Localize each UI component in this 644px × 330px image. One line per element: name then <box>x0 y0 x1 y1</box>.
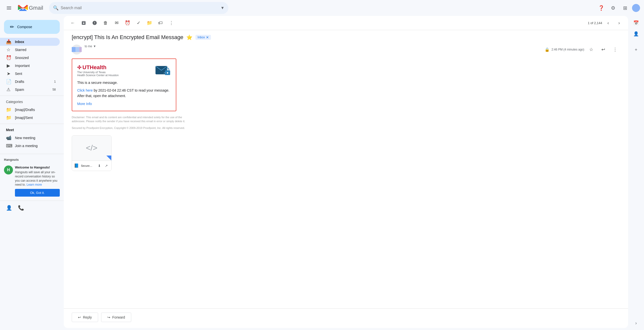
attachment-corner <box>106 156 111 161</box>
after-that-text: After that, open the attachment. <box>77 94 126 98</box>
top-bar-right: ❓ ⚙ ⊞ <box>596 3 640 13</box>
starred-icon: ☆ <box>6 47 11 52</box>
snoozed-icon: ⏰ <box>6 55 11 60</box>
attachment-name: SecureMessageAtt... <box>81 164 94 167</box>
to-me-row[interactable]: to me ▼ <box>85 44 542 48</box>
snooze-button[interactable]: ⏰ <box>122 18 132 28</box>
contacts-panel-button[interactable]: 👤 <box>631 29 641 39</box>
hangouts-avatar: H <box>4 165 13 174</box>
archive-button[interactable] <box>79 18 89 28</box>
open-in-drive-button[interactable]: ↗ <box>103 163 109 169</box>
attachment-footer: 📘 SecureMessageAtt... ⬇ ↗ <box>72 161 111 171</box>
top-bar: Gmail 🔍 ▼ ❓ ⚙ ⊞ <box>0 0 644 16</box>
bottom-icons: 👤 📞 <box>0 201 64 215</box>
more-actions-button[interactable]: ⋮ <box>166 18 176 28</box>
categories-label: Categories <box>6 100 23 104</box>
expand-panel-button[interactable]: › <box>631 318 641 328</box>
done-button[interactable]: ✓ <box>134 18 144 28</box>
move-button[interactable]: 📁 <box>144 18 154 28</box>
by-date-value: by 2021-02-04 22:46 CST to read your mes… <box>94 88 169 92</box>
sidebar-item-sent[interactable]: ➤ Sent <box>0 70 60 78</box>
search-input[interactable] <box>60 6 220 10</box>
sent-label: Sent <box>15 72 56 76</box>
sidebar-item-important[interactable]: ▶ Important <box>0 62 60 70</box>
sidebar-item-spam[interactable]: ⚠ Spam 58 <box>0 86 60 94</box>
download-attachment-button[interactable]: ⬇ <box>96 163 102 169</box>
report-button[interactable] <box>90 18 100 28</box>
sidebar-item-inbox[interactable]: 📥 Inbox <box>0 38 60 46</box>
new-meeting-item[interactable]: 📹 New meeting <box>0 134 60 142</box>
learn-more-link[interactable]: Learn more <box>27 183 42 186</box>
new-meeting-label: New meeting <box>15 136 56 140</box>
calendar-panel-button[interactable]: 📅 <box>631 18 641 28</box>
more-email-actions-button[interactable]: ⋮ <box>610 44 620 54</box>
right-panels: 📅 👤 + › <box>630 16 644 330</box>
starred-label: Starred <box>15 48 56 52</box>
inbox-icon: 📥 <box>6 39 11 44</box>
mark-unread-button[interactable]: ✉ <box>112 18 122 28</box>
search-icon: 🔍 <box>53 5 58 11</box>
sidebar-item-starred[interactable]: ☆ Starred <box>0 46 60 54</box>
imap-drafts-label: [Imap]/Drafts <box>15 108 56 112</box>
back-button[interactable]: ← <box>68 18 78 28</box>
reply-inline-button[interactable]: ↩ <box>598 44 608 54</box>
ut-org-subtitle1: The University of Texas <box>77 71 118 74</box>
timestamp: 2:46 PM (4 minutes ago) <box>552 48 584 51</box>
sidebar-item-drafts[interactable]: 📄 Drafts 1 <box>0 78 60 86</box>
compose-icon: ✏ <box>10 24 14 30</box>
forward-label: Forward <box>112 315 125 319</box>
user-avatar[interactable] <box>632 4 640 12</box>
envelope-lock-icon <box>155 64 171 77</box>
reply-button[interactable]: ↩ Reply <box>72 313 98 322</box>
imap-sent-label: [Imap]/Sent <box>15 116 56 120</box>
tag-close-button[interactable]: ✕ <box>206 35 209 39</box>
svg-rect-2 <box>7 9 11 9</box>
email-time: 🔒 2:46 PM (4 minutes ago) ☆ ↩ ⋮ <box>545 44 620 54</box>
hangouts-welcome: H Welcome to Hangouts! Hangouts will sav… <box>4 164 60 199</box>
spam-count: 58 <box>52 88 56 91</box>
search-dropdown-icon[interactable]: ▼ <box>221 6 225 10</box>
email-subject: [encrypt] This Is An Encrypted Email Mes… <box>72 34 183 40</box>
sidebar-item-imap-drafts[interactable]: 📁 [Imap]/Drafts <box>0 106 60 114</box>
add-panel-button[interactable]: + <box>631 45 641 55</box>
drafts-icon: 📄 <box>6 79 11 84</box>
sidebar-item-snoozed[interactable]: ⏰ Snoozed <box>0 54 60 62</box>
hamburger-menu[interactable] <box>4 3 14 13</box>
settings-button[interactable]: ⚙ <box>608 3 618 13</box>
inbox-label: Inbox <box>15 40 56 44</box>
categories-section[interactable]: Categories <box>0 98 64 106</box>
gmail-logo: Gmail <box>18 3 43 13</box>
help-button[interactable]: ❓ <box>596 3 606 13</box>
next-email-button[interactable]: › <box>614 18 624 28</box>
delete-button[interactable]: 🗑 <box>100 18 110 28</box>
video-icon: 📹 <box>6 135 11 141</box>
star-email-button[interactable]: ☆ <box>586 44 596 54</box>
ut-org-subtitle2: Health Science Center at Houston <box>77 74 118 77</box>
reply-label: Reply <box>83 315 92 319</box>
join-meeting-label: Join a meeting <box>15 144 56 148</box>
encrypt-star-icon: ⭐ <box>186 34 192 40</box>
ut-header: ✣ UTHealth The University of Texas Healt… <box>77 64 171 77</box>
sidebar-item-imap-sent[interactable]: 📁 [Imap]/Sent <box>0 114 60 122</box>
apps-button[interactable]: ⊞ <box>620 3 630 13</box>
phone-icon[interactable]: 📞 <box>16 203 26 213</box>
more-info-link[interactable]: More Info <box>77 102 171 106</box>
secured-by-text: Secured by Proofpoint Encryption, Copyri… <box>72 126 620 129</box>
doc-icon: 📘 <box>74 163 79 168</box>
attachment-actions: ⬇ ↗ <box>96 163 109 169</box>
join-meeting-item[interactable]: ⌨ Join a meeting <box>0 142 60 150</box>
sender-avatar <box>72 44 82 54</box>
attachment-thumbnail[interactable]: </> 📘 SecureMessageAtt... ⬇ ↗ <box>72 135 112 171</box>
person-icon[interactable]: 👤 <box>4 203 14 213</box>
email-subject-row: [encrypt] This Is An Encrypted Email Mes… <box>72 34 620 40</box>
click-here-link[interactable]: Click here <box>77 88 93 92</box>
app-container: Gmail 🔍 ▼ ❓ ⚙ ⊞ ✏ Compose 📥 Inbox <box>0 0 644 330</box>
compose-button[interactable]: ✏ Compose <box>4 20 60 34</box>
search-bar[interactable]: 🔍 ▼ <box>49 2 228 14</box>
forward-button[interactable]: ↪ Forward <box>101 313 131 322</box>
prev-email-button[interactable]: ‹ <box>603 18 613 28</box>
ok-got-it-button[interactable]: Ok, Got it. <box>15 189 60 197</box>
label-button[interactable]: 🏷 <box>156 18 165 28</box>
pagination-text: 1 of 2,144 <box>588 21 602 25</box>
disclaimer-text: Disclaimer: This email and its content a… <box>72 115 196 123</box>
